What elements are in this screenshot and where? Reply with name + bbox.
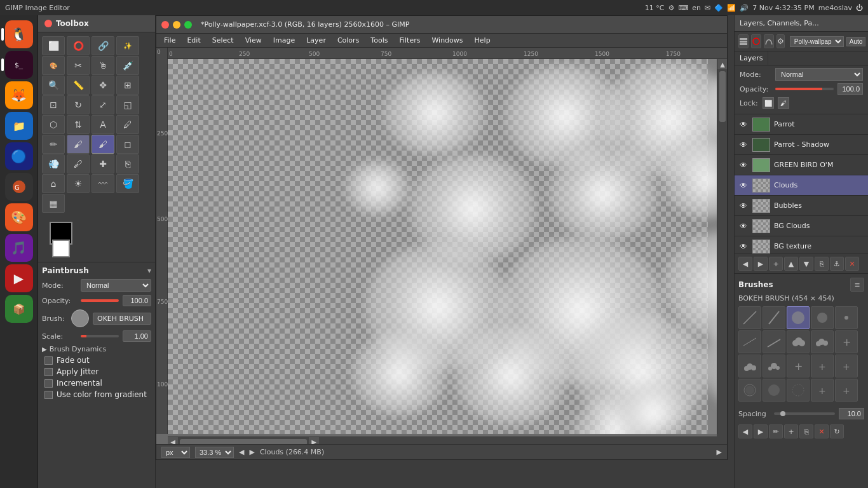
brush-item-circle-large[interactable] — [787, 306, 810, 329]
tool-select-color[interactable]: 🎨 — [42, 56, 65, 75]
image-canvas[interactable] — [168, 59, 708, 434]
opacity-slider[interactable] — [81, 299, 119, 302]
layers-tab-icon-layers[interactable] — [738, 34, 749, 48]
layer-item-parrot[interactable]: 👁 Parrot — [735, 114, 868, 135]
dock-firefox[interactable]: 🦊 — [5, 81, 33, 109]
layer-raise-btn[interactable]: ▲ — [784, 257, 798, 271]
tool-fuzzy-select[interactable]: ✨ — [116, 36, 139, 55]
layer-delete-btn[interactable]: ✕ — [845, 257, 859, 271]
layer-item-green-bird[interactable]: 👁 GREEN BIRD O'M — [735, 155, 868, 175]
tool-pencil[interactable]: ✏ — [42, 135, 65, 154]
menu-filters[interactable]: Filters — [394, 35, 425, 46]
dock-red[interactable]: ▶ — [5, 264, 33, 292]
layer-visibility-clouds[interactable]: 👁 — [738, 180, 749, 191]
tab-layers[interactable]: Layers — [735, 51, 768, 65]
tool-airbrush[interactable]: 💨 — [42, 154, 65, 173]
layer-item-clouds[interactable]: 👁 Clouds — [735, 175, 868, 196]
tool-paintbrush[interactable]: 🖌 — [67, 135, 90, 154]
dock-gimp[interactable]: G — [5, 173, 33, 201]
brushes-config-btn[interactable]: ≡ — [850, 278, 864, 292]
use-color-checkbox[interactable] — [44, 391, 53, 399]
layer-scroll-left-btn[interactable]: ◀ — [738, 257, 752, 271]
tool-free-select[interactable]: 🔗 — [92, 36, 114, 55]
layer-visibility-parrot-shadow[interactable]: 👁 — [738, 140, 749, 150]
tool-dodge[interactable]: ☀ — [67, 174, 90, 193]
layer-visibility-bubbles[interactable]: 👁 — [738, 201, 749, 211]
brush-item-cloud4[interactable] — [763, 355, 785, 377]
layer-duplicate-btn[interactable]: ⎘ — [815, 257, 829, 271]
tool-blend[interactable]: ▦ — [42, 194, 65, 213]
fade-out-checkbox[interactable] — [44, 356, 53, 365]
layer-anchor-btn[interactable]: ⚓ — [830, 257, 844, 271]
brush-item-circle-outline1[interactable] — [738, 379, 761, 402]
brush-item-cloud3[interactable] — [738, 355, 761, 377]
brush-item-plus4[interactable]: + — [835, 355, 858, 377]
brush-move-left-btn[interactable]: ◀ — [738, 424, 752, 438]
tool-heal[interactable]: ✚ — [92, 154, 114, 173]
background-color[interactable] — [52, 240, 70, 257]
brush-move-right-btn[interactable]: ▶ — [754, 424, 768, 438]
layer-visibility-bg-texture[interactable]: 👁 — [738, 241, 749, 252]
layer-item-bg-clouds[interactable]: 👁 BG Clouds — [735, 216, 868, 236]
brush-item-diagonal1[interactable] — [738, 306, 761, 329]
tool-text[interactable]: A — [92, 115, 114, 134]
layer-scroll-right-btn[interactable]: ▶ — [754, 257, 768, 271]
layer-visibility-parrot[interactable]: 👁 — [738, 119, 749, 130]
toolbox-close-button[interactable] — [44, 20, 52, 27]
tool-flip[interactable]: ⇅ — [67, 115, 90, 134]
tool-move[interactable]: ✥ — [92, 76, 114, 95]
dock-blue[interactable]: 🔵 — [5, 142, 33, 170]
brush-item-cloud1[interactable] — [787, 330, 810, 353]
brush-item-dot[interactable] — [835, 306, 858, 329]
layer-item-bg-texture[interactable]: 👁 BG texture — [735, 236, 868, 254]
scroll-up-btn[interactable]: ▲ — [717, 59, 727, 69]
tool-path[interactable]: 🖊 — [116, 115, 139, 134]
menu-tools[interactable]: Tools — [365, 35, 393, 46]
tool-crop[interactable]: ⊡ — [42, 95, 65, 114]
tool-intelligent-scissors[interactable]: ✂ — [67, 56, 90, 75]
window-close-btn[interactable] — [161, 21, 169, 29]
brush-item-plus3[interactable]: + — [811, 355, 834, 377]
tool-zoom[interactable]: 🔍 — [42, 76, 65, 95]
tool-clone[interactable]: ⎘ — [116, 154, 139, 173]
layers-auto-btn[interactable]: Auto — [846, 37, 866, 46]
layers-config-btn[interactable]: ⚙ — [776, 34, 785, 48]
mode-select[interactable]: Normal Multiply Screen — [81, 279, 151, 292]
incremental-checkbox[interactable] — [44, 379, 53, 388]
brush-new-btn[interactable]: + — [784, 424, 798, 438]
opacity-value[interactable] — [123, 295, 151, 306]
options-collapse-btn[interactable]: ▾ — [147, 266, 151, 275]
menu-colors[interactable]: Colors — [332, 35, 364, 46]
brush-item-circle-outline3[interactable] — [787, 379, 810, 402]
brush-item-circle-outline2[interactable] — [763, 379, 785, 402]
layer-lower-btn[interactable]: ▼ — [799, 257, 813, 271]
tool-foreground-select[interactable]: 🖱 — [92, 56, 114, 75]
layer-add-btn[interactable]: + — [769, 257, 783, 271]
tool-bucket[interactable]: 🪣 — [116, 174, 139, 193]
dock-orange[interactable]: 🎨 — [5, 203, 33, 231]
tool-ink[interactable]: 🖋 — [67, 154, 90, 173]
unit-select[interactable]: px mm in — [161, 447, 190, 458]
window-minimize-btn[interactable] — [173, 21, 180, 29]
tool-scale[interactable]: ⤢ — [92, 95, 114, 114]
brush-thumbnail[interactable] — [71, 309, 89, 327]
menu-edit[interactable]: Edit — [182, 35, 205, 46]
menu-windows[interactable]: Windows — [426, 35, 468, 46]
dock-ubuntu[interactable]: 🐧 — [5, 20, 33, 48]
navigation-arrow-right[interactable]: ▶ — [249, 448, 254, 456]
spacing-slider[interactable] — [774, 412, 835, 415]
brush-item-plus1[interactable]: + — [835, 330, 858, 353]
menu-image[interactable]: Image — [268, 35, 300, 46]
tool-color-picker[interactable]: 💉 — [116, 56, 139, 75]
layers-file-select[interactable]: Polly-wallpaper.xcf-3 — [790, 36, 844, 47]
brush-item-plus5[interactable]: + — [811, 379, 834, 402]
scale-slider[interactable] — [81, 335, 119, 337]
menu-select[interactable]: Select — [207, 35, 239, 46]
brush-delete-btn[interactable]: ✕ — [815, 424, 829, 438]
dock-software[interactable]: 📦 — [5, 295, 33, 323]
brush-item-cloud2[interactable] — [811, 330, 834, 353]
brush-item-stroke1[interactable] — [738, 330, 761, 353]
brush-item-diagonal2[interactable] — [763, 306, 785, 329]
dock-purple[interactable]: 🎵 — [5, 234, 33, 262]
layer-opacity-slider[interactable] — [775, 88, 834, 90]
